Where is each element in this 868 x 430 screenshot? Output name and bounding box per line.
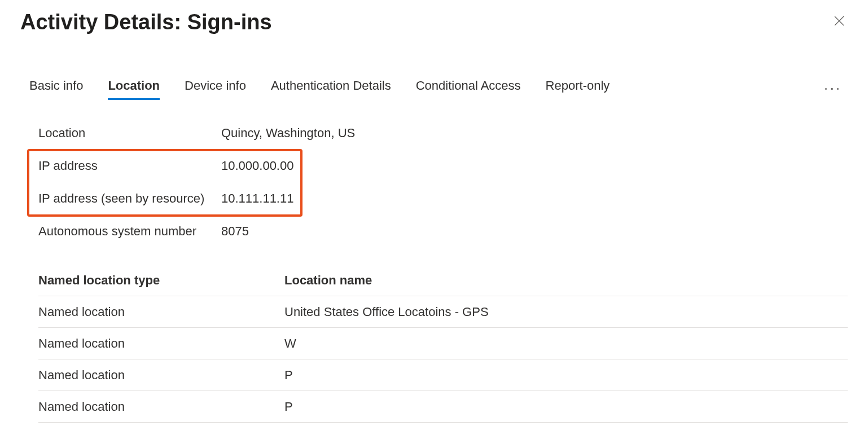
page-title: Activity Details: Sign-ins (20, 10, 272, 34)
location-details: Location Quincy, Washington, US IP addre… (20, 117, 848, 248)
label-asn: Autonomous system number (38, 224, 221, 239)
cell-name: P (284, 368, 848, 383)
tabs-bar: Basic info Location Device info Authenti… (20, 78, 848, 99)
label-ip-address-seen: IP address (seen by resource) (38, 191, 221, 206)
close-icon (834, 16, 844, 26)
ellipsis-icon (825, 88, 827, 90)
value-ip-address-seen: 10.111.11.11 (221, 191, 293, 206)
row-asn: Autonomous system number 8075 (38, 215, 848, 248)
row-location: Location Quincy, Washington, US (38, 117, 848, 150)
row-ip-address-seen: IP address (seen by resource) 10.111.11.… (38, 182, 848, 215)
named-location-table: Named location type Location name Named … (20, 265, 848, 423)
cell-name: W (284, 336, 848, 351)
table-row[interactable]: Named location P (38, 391, 848, 423)
cell-type: Named location (38, 336, 284, 351)
header-location-name[interactable]: Location name (284, 273, 848, 288)
table-row[interactable]: Named location United States Office Loca… (38, 296, 848, 328)
value-ip-address: 10.000.00.00 (221, 159, 293, 173)
cell-name: P (284, 400, 848, 414)
cell-name: United States Office Locatoins - GPS (284, 305, 848, 319)
cell-type: Named location (38, 305, 284, 319)
cell-type: Named location (38, 368, 284, 383)
tab-conditional-access[interactable]: Conditional Access (416, 78, 521, 99)
row-ip-address: IP address 10.000.00.00 (38, 150, 848, 182)
tab-basic-info[interactable]: Basic info (29, 78, 83, 99)
tab-authentication-details[interactable]: Authentication Details (271, 78, 391, 99)
cell-type: Named location (38, 400, 284, 414)
header-named-location-type[interactable]: Named location type (38, 273, 284, 288)
value-location: Quincy, Washington, US (221, 126, 355, 141)
more-tabs-button[interactable] (822, 85, 843, 94)
table-row[interactable]: Named location P (38, 359, 848, 391)
tab-device-info[interactable]: Device info (185, 78, 246, 99)
close-button[interactable] (831, 12, 848, 29)
table-header-row: Named location type Location name (38, 265, 848, 296)
value-asn: 8075 (221, 224, 249, 239)
tab-location[interactable]: Location (108, 78, 160, 99)
label-ip-address: IP address (38, 159, 221, 173)
tab-report-only[interactable]: Report-only (546, 78, 610, 99)
label-location: Location (38, 126, 221, 141)
table-row[interactable]: Named location W (38, 328, 848, 359)
